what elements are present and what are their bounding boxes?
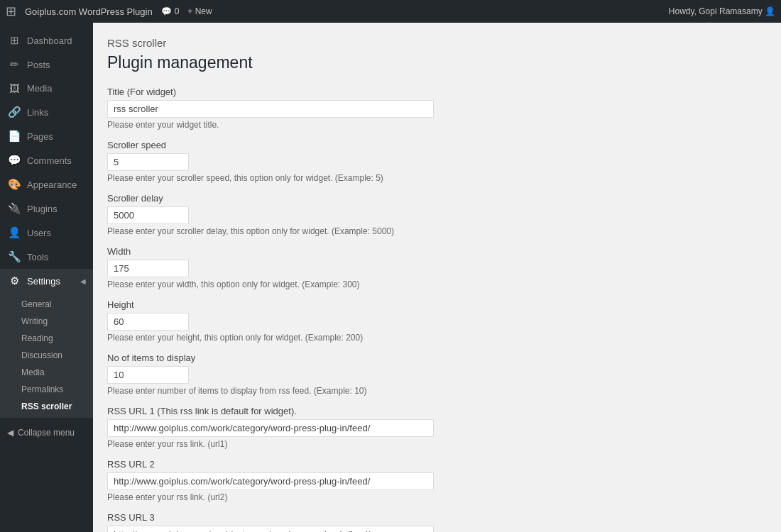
width-label: Width (107, 246, 718, 257)
height-field-group: Height Please enter your height, this op… (107, 299, 718, 343)
settings-submenu: General Writing Reading Discussion Media… (0, 293, 93, 418)
main-content: RSS scroller Plugin management Title (Fo… (93, 23, 781, 532)
delay-help-text: Please enter your scroller delay, this o… (107, 226, 718, 236)
sidebar-item-users[interactable]: 👤 Users (0, 221, 93, 245)
rss1-field-group: RSS URL 1 (This rss link is default for … (107, 406, 718, 449)
submenu-item-permalinks[interactable]: Permalinks (0, 381, 93, 398)
sidebar-item-label: Users (27, 228, 51, 238)
appearance-icon: 🎨 (7, 178, 21, 191)
sidebar-item-label: Pages (27, 131, 53, 142)
width-help-text: Please enter your width, this option onl… (107, 279, 718, 289)
height-help-text: Please enter your height, this option on… (107, 333, 718, 343)
rss1-help-text: Please enter your rss link. (url1) (107, 439, 718, 449)
submenu-item-writing[interactable]: Writing (0, 313, 93, 330)
delay-field-group: Scroller delay Please enter your scrolle… (107, 193, 718, 236)
rss1-label: RSS URL 1 (This rss link is default for … (107, 406, 718, 416)
speed-input[interactable] (107, 153, 189, 171)
rss2-field-group: RSS URL 2 Please enter your rss link. (u… (107, 459, 718, 502)
height-input[interactable] (107, 313, 189, 331)
rss2-label: RSS URL 2 (107, 459, 718, 470)
delay-label: Scroller delay (107, 193, 718, 204)
sidebar-item-label: Posts (27, 60, 50, 70)
tools-icon: 🔧 (7, 250, 21, 263)
sidebar-item-media[interactable]: 🖼 Media (0, 77, 93, 100)
rss3-field-group: RSS URL 3 Please enter your rss link (ur… (107, 512, 718, 532)
rss3-label: RSS URL 3 (107, 512, 718, 523)
rss1-input[interactable] (107, 419, 434, 437)
submenu-item-general[interactable]: General (0, 296, 93, 313)
sidebar-item-label: Media (27, 83, 52, 94)
sidebar-item-label: Settings (27, 276, 60, 287)
chevron-right-icon: ◀ (80, 277, 86, 285)
rss2-help-text: Please enter your rss link. (url2) (107, 492, 718, 502)
page-title: Plugin management (107, 53, 718, 72)
sidebar-item-links[interactable]: 🔗 Links (0, 100, 93, 124)
rss2-input[interactable] (107, 472, 434, 490)
items-label: No of items to display (107, 353, 718, 363)
pages-icon: 📄 (7, 130, 21, 143)
width-field-group: Width Please enter your width, this opti… (107, 246, 718, 289)
sidebar-item-comments[interactable]: 💬 Comments (0, 148, 93, 172)
submenu-item-reading[interactable]: Reading (0, 330, 93, 347)
collapse-menu-button[interactable]: ◀ Collapse menu (0, 421, 93, 445)
plugins-icon: 🔌 (7, 202, 21, 215)
width-input[interactable] (107, 260, 189, 277)
items-help-text: Please enter number of items to display … (107, 386, 718, 396)
new-content-link[interactable]: + New (187, 6, 212, 16)
media-icon: 🖼 (7, 82, 21, 94)
collapse-icon: ◀ (7, 428, 13, 438)
site-name[interactable]: Goiplus.com WordPress Plugin (25, 6, 153, 17)
dashboard-icon: ⊞ (7, 34, 21, 47)
submenu-item-media[interactable]: Media (0, 364, 93, 381)
comments-count: 0 (175, 6, 180, 16)
sidebar-item-label: Tools (27, 252, 48, 262)
title-field-group: Title (For widget) Please enter your wid… (107, 87, 718, 130)
rss3-input[interactable] (107, 526, 434, 532)
sidebar-item-label: Links (27, 107, 48, 118)
links-icon: 🔗 (7, 106, 21, 118)
sidebar-item-label: Dashboard (27, 35, 72, 46)
items-input[interactable] (107, 366, 189, 384)
sidebar-item-pages[interactable]: 📄 Pages (0, 124, 93, 148)
submenu-item-discussion[interactable]: Discussion (0, 347, 93, 364)
collapse-label: Collapse menu (18, 428, 75, 438)
sidebar-item-tools[interactable]: 🔧 Tools (0, 245, 93, 269)
user-avatar-icon: 👤 (765, 6, 775, 16)
sidebar-item-label: Comments (27, 155, 72, 166)
user-greeting[interactable]: Howdy, Gopi Ramasamy 👤 (669, 6, 775, 16)
admin-sidebar: ⊞ Dashboard ✏ Posts 🖼 Media 🔗 Links 📄 Pa… (0, 23, 93, 532)
admin-bar: ⊞ Goiplus.com WordPress Plugin 💬 0 + New… (0, 0, 781, 23)
submenu-item-rss-scroller[interactable]: RSS scroller (0, 398, 93, 415)
speed-help-text: Please enter your scroller speed, this o… (107, 173, 718, 183)
sidebar-item-plugins[interactable]: 🔌 Plugins (0, 196, 93, 221)
sidebar-item-label: Appearance (27, 179, 77, 190)
title-input[interactable] (107, 100, 434, 118)
sidebar-item-appearance[interactable]: 🎨 Appearance (0, 172, 93, 196)
height-label: Height (107, 299, 718, 310)
speed-field-group: Scroller speed Please enter your scrolle… (107, 140, 718, 183)
title-label: Title (For widget) (107, 87, 718, 97)
title-help-text: Please enter your widget title. (107, 120, 718, 130)
posts-icon: ✏ (7, 58, 21, 71)
sidebar-item-dashboard[interactable]: ⊞ Dashboard (0, 28, 93, 52)
wp-logo-icon[interactable]: ⊞ (6, 4, 16, 19)
users-icon: 👤 (7, 226, 21, 239)
speed-label: Scroller speed (107, 140, 718, 150)
delay-input[interactable] (107, 206, 189, 224)
comments-link[interactable]: 💬 0 (161, 6, 180, 16)
sidebar-item-label: Plugins (27, 204, 58, 214)
comments-sidebar-icon: 💬 (7, 154, 21, 167)
page-heading: RSS scroller (107, 37, 718, 49)
sidebar-item-posts[interactable]: ✏ Posts (0, 52, 93, 77)
items-field-group: No of items to display Please enter numb… (107, 353, 718, 396)
sidebar-item-settings[interactable]: ⚙ Settings ◀ (0, 269, 93, 293)
comments-icon: 💬 (161, 6, 172, 16)
settings-icon: ⚙ (7, 275, 21, 287)
